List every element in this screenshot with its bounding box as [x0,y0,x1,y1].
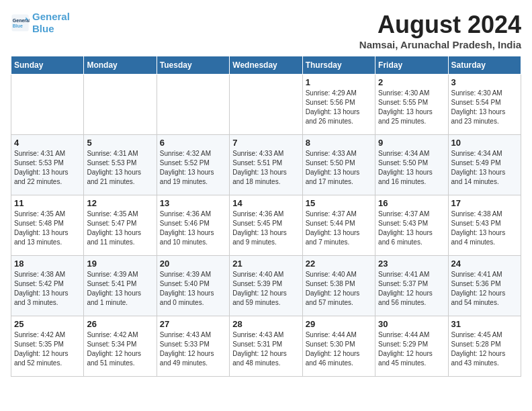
calendar-cell: 24Sunrise: 4:41 AM Sunset: 5:36 PM Dayli… [448,256,521,316]
calendar-cell [84,75,157,135]
day-info: Sunrise: 4:35 AM Sunset: 5:47 PM Dayligh… [87,210,153,247]
day-info: Sunrise: 4:38 AM Sunset: 5:43 PM Dayligh… [451,210,518,247]
calendar-cell: 10Sunrise: 4:34 AM Sunset: 5:49 PM Dayli… [448,135,521,195]
day-number: 6 [160,138,226,148]
page-header: General Blue GeneralBlue August 2024 Nam… [11,11,521,50]
logo-icon: General Blue [11,13,30,32]
day-info: Sunrise: 4:31 AM Sunset: 5:53 PM Dayligh… [87,149,153,187]
day-info: Sunrise: 4:33 AM Sunset: 5:50 PM Dayligh… [306,149,372,187]
calendar-week-2: 4Sunrise: 4:31 AM Sunset: 5:53 PM Daylig… [11,135,521,195]
day-info: Sunrise: 4:37 AM Sunset: 5:44 PM Dayligh… [306,210,372,247]
day-number: 28 [232,319,299,329]
day-number: 10 [451,138,518,148]
calendar-cell: 29Sunrise: 4:44 AM Sunset: 5:30 PM Dayli… [302,316,375,377]
calendar-cell: 25Sunrise: 4:42 AM Sunset: 5:35 PM Dayli… [11,316,84,377]
day-info: Sunrise: 4:45 AM Sunset: 5:28 PM Dayligh… [451,330,518,368]
day-number: 9 [378,138,445,148]
calendar-cell: 11Sunrise: 4:35 AM Sunset: 5:48 PM Dayli… [11,195,84,256]
day-number: 23 [378,259,445,269]
svg-text:Blue: Blue [13,24,23,28]
day-info: Sunrise: 4:30 AM Sunset: 5:54 PM Dayligh… [451,89,518,126]
day-number: 5 [87,138,153,148]
day-info: Sunrise: 4:39 AM Sunset: 5:40 PM Dayligh… [160,270,226,308]
calendar-cell [157,75,229,135]
calendar-cell: 7Sunrise: 4:33 AM Sunset: 5:51 PM Daylig… [230,135,302,195]
day-info: Sunrise: 4:34 AM Sunset: 5:49 PM Dayligh… [451,149,518,187]
day-info: Sunrise: 4:42 AM Sunset: 5:35 PM Dayligh… [14,330,81,368]
day-number: 17 [451,198,518,208]
day-number: 30 [378,319,445,329]
day-info: Sunrise: 4:41 AM Sunset: 5:37 PM Dayligh… [378,270,445,308]
day-number: 21 [232,259,299,269]
day-number: 2 [378,77,445,87]
day-info: Sunrise: 4:33 AM Sunset: 5:51 PM Dayligh… [232,149,299,187]
calendar-cell: 12Sunrise: 4:35 AM Sunset: 5:47 PM Dayli… [84,195,157,256]
calendar-cell: 1Sunrise: 4:29 AM Sunset: 5:56 PM Daylig… [302,75,375,135]
calendar-week-5: 25Sunrise: 4:42 AM Sunset: 5:35 PM Dayli… [11,316,521,377]
calendar-cell: 27Sunrise: 4:43 AM Sunset: 5:33 PM Dayli… [157,316,229,377]
day-info: Sunrise: 4:39 AM Sunset: 5:41 PM Dayligh… [87,270,153,308]
calendar-header-friday: Friday [375,56,448,75]
day-number: 11 [14,198,81,208]
day-info: Sunrise: 4:38 AM Sunset: 5:42 PM Dayligh… [14,270,81,308]
day-info: Sunrise: 4:36 AM Sunset: 5:45 PM Dayligh… [232,210,299,247]
day-number: 15 [306,198,372,208]
calendar-cell: 14Sunrise: 4:36 AM Sunset: 5:45 PM Dayli… [230,195,302,256]
day-number: 29 [306,319,372,329]
calendar-header-wednesday: Wednesday [230,56,302,75]
calendar-week-1: 1Sunrise: 4:29 AM Sunset: 5:56 PM Daylig… [11,75,521,135]
day-number: 12 [87,198,153,208]
day-number: 22 [306,259,372,269]
calendar-cell: 9Sunrise: 4:34 AM Sunset: 5:50 PM Daylig… [375,135,448,195]
calendar-cell: 8Sunrise: 4:33 AM Sunset: 5:50 PM Daylig… [302,135,375,195]
calendar-cell: 17Sunrise: 4:38 AM Sunset: 5:43 PM Dayli… [448,195,521,256]
calendar-header-row: SundayMondayTuesdayWednesdayThursdayFrid… [11,56,521,75]
calendar-cell: 21Sunrise: 4:40 AM Sunset: 5:39 PM Dayli… [230,256,302,316]
calendar-cell: 22Sunrise: 4:40 AM Sunset: 5:38 PM Dayli… [302,256,375,316]
day-info: Sunrise: 4:44 AM Sunset: 5:29 PM Dayligh… [378,330,445,368]
day-info: Sunrise: 4:29 AM Sunset: 5:56 PM Dayligh… [306,89,372,126]
title-block: August 2024 Namsai, Arunachal Pradesh, I… [359,11,521,50]
day-info: Sunrise: 4:32 AM Sunset: 5:52 PM Dayligh… [160,149,226,187]
day-number: 25 [14,319,81,329]
calendar-cell: 31Sunrise: 4:45 AM Sunset: 5:28 PM Dayli… [448,316,521,377]
calendar-cell: 4Sunrise: 4:31 AM Sunset: 5:53 PM Daylig… [11,135,84,195]
day-number: 31 [451,319,518,329]
calendar-cell: 13Sunrise: 4:36 AM Sunset: 5:46 PM Dayli… [157,195,229,256]
svg-rect-0 [11,14,28,31]
day-number: 8 [306,138,372,148]
day-info: Sunrise: 4:44 AM Sunset: 5:30 PM Dayligh… [306,330,372,368]
calendar-body: 1Sunrise: 4:29 AM Sunset: 5:56 PM Daylig… [11,75,521,377]
day-number: 1 [306,77,372,87]
day-number: 16 [378,198,445,208]
calendar-cell: 19Sunrise: 4:39 AM Sunset: 5:41 PM Dayli… [84,256,157,316]
calendar-cell: 6Sunrise: 4:32 AM Sunset: 5:52 PM Daylig… [157,135,229,195]
calendar-cell: 23Sunrise: 4:41 AM Sunset: 5:37 PM Dayli… [375,256,448,316]
calendar-header-sunday: Sunday [11,56,84,75]
calendar-cell [11,75,84,135]
subtitle: Namsai, Arunachal Pradesh, India [359,39,521,50]
day-info: Sunrise: 4:37 AM Sunset: 5:43 PM Dayligh… [378,210,445,247]
day-number: 27 [160,319,226,329]
day-info: Sunrise: 4:34 AM Sunset: 5:50 PM Dayligh… [378,149,445,187]
calendar-week-4: 18Sunrise: 4:38 AM Sunset: 5:42 PM Dayli… [11,256,521,316]
day-number: 7 [232,138,299,148]
calendar-table: SundayMondayTuesdayWednesdayThursdayFrid… [11,56,521,377]
calendar-header-thursday: Thursday [302,56,375,75]
calendar-cell: 16Sunrise: 4:37 AM Sunset: 5:43 PM Dayli… [375,195,448,256]
calendar-cell: 30Sunrise: 4:44 AM Sunset: 5:29 PM Dayli… [375,316,448,377]
day-number: 19 [87,259,153,269]
calendar-cell: 2Sunrise: 4:30 AM Sunset: 5:55 PM Daylig… [375,75,448,135]
day-info: Sunrise: 4:35 AM Sunset: 5:48 PM Dayligh… [14,210,81,247]
day-number: 4 [14,138,81,148]
day-info: Sunrise: 4:30 AM Sunset: 5:55 PM Dayligh… [378,89,445,126]
day-number: 13 [160,198,226,208]
calendar-cell: 15Sunrise: 4:37 AM Sunset: 5:44 PM Dayli… [302,195,375,256]
logo: General Blue GeneralBlue [11,11,70,35]
day-number: 20 [160,259,226,269]
calendar-header-monday: Monday [84,56,157,75]
day-number: 3 [451,77,518,87]
calendar-cell [230,75,302,135]
day-number: 14 [232,198,299,208]
day-info: Sunrise: 4:36 AM Sunset: 5:46 PM Dayligh… [160,210,226,247]
